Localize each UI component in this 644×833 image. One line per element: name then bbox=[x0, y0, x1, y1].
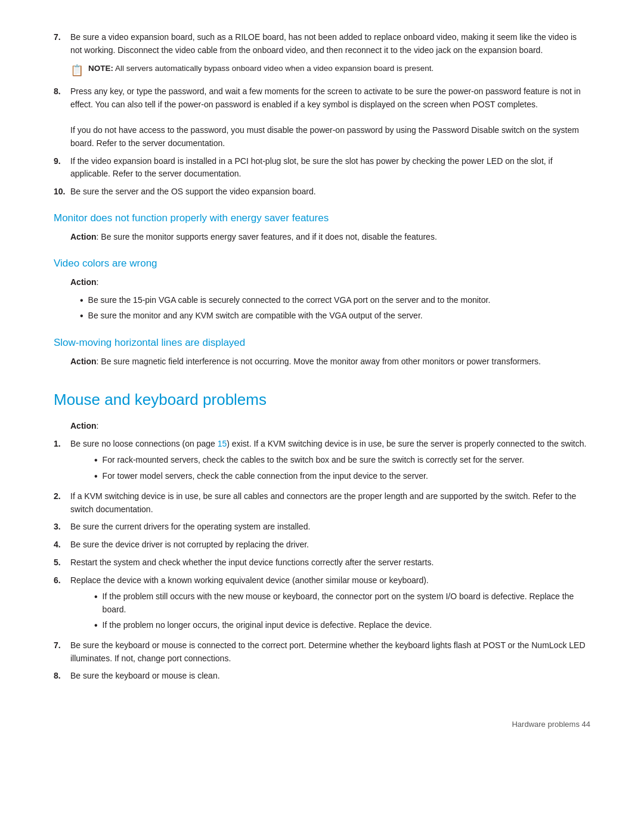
footer-text: Hardware problems 44 bbox=[512, 719, 590, 730]
item-7-num: 7. bbox=[54, 31, 70, 44]
main-action-line: Action: bbox=[70, 420, 590, 433]
main-item-1-text-after: ) exist. If a KVM switching device is in… bbox=[227, 439, 586, 448]
main-item-4-num: 4. bbox=[54, 538, 70, 552]
main-item-1-link[interactable]: 15 bbox=[218, 439, 227, 448]
page-footer: Hardware problems 44 bbox=[54, 719, 590, 730]
main-item-8-text: Be sure the keyboard or mouse is clean. bbox=[70, 670, 590, 683]
main-item-1-bullet-2-text: For tower model servers, check the cable… bbox=[103, 470, 428, 483]
main-item-5-num: 5. bbox=[54, 556, 70, 569]
item-10-text: Be sure the server and the OS support th… bbox=[70, 185, 590, 199]
main-item-3: 3. Be sure the current drivers for the o… bbox=[54, 521, 590, 534]
note-text: NOTE: All servers automatically bypass o… bbox=[88, 63, 434, 75]
item-9: 9. If the video expansion board is insta… bbox=[54, 155, 590, 181]
main-item-3-num: 3. bbox=[54, 521, 70, 534]
slow-action-label: Action bbox=[70, 357, 97, 366]
item-10-num: 10. bbox=[54, 185, 70, 199]
item-10: 10. Be sure the server and the OS suppor… bbox=[54, 185, 590, 199]
note-body: All servers automatically bypass onboard… bbox=[113, 64, 434, 73]
item-8: 8. Press any key, or type the password, … bbox=[54, 85, 590, 150]
main-action-label: Action bbox=[70, 421, 97, 431]
main-item-7: 7. Be sure the keyboard or mouse is conn… bbox=[54, 639, 590, 665]
monitor-energy-heading: Monitor does not function properly with … bbox=[54, 210, 590, 226]
item-9-text: If the video expansion board is installe… bbox=[70, 155, 590, 181]
main-item-7-num: 7. bbox=[54, 639, 70, 652]
video-colors-heading: Video colors are wrong bbox=[54, 256, 590, 271]
item-8-text: Press any key, or type the password, and… bbox=[70, 86, 581, 109]
main-item-5-text: Restart the system and check whether the… bbox=[70, 556, 590, 569]
item-8-content: Press any key, or type the password, and… bbox=[70, 85, 590, 150]
note-block: 📋 NOTE: All servers automatically bypass… bbox=[70, 63, 590, 79]
main-item-2: 2. If a KVM switching device is in use, … bbox=[54, 490, 590, 516]
main-item-6-bullet-2: If the problem no longer occurs, the ori… bbox=[85, 619, 590, 632]
page-content: 7. Be sure a video expansion board, such… bbox=[54, 31, 590, 730]
monitor-energy-action: Action: Be sure the monitor supports ene… bbox=[70, 231, 590, 244]
main-item-1-content: Be sure no loose connections (on page 15… bbox=[70, 438, 590, 485]
main-item-4-text: Be sure the device driver is not corrupt… bbox=[70, 538, 590, 552]
video-action-label: Action bbox=[70, 277, 97, 287]
video-colors-action-line: Action: bbox=[70, 276, 590, 289]
main-item-1-bullet-2: For tower model servers, check the cable… bbox=[85, 470, 590, 483]
items-8-10-list: 8. Press any key, or type the password, … bbox=[54, 85, 590, 199]
video-colors-block: Action: Be sure the 15-pin VGA cable is … bbox=[70, 276, 590, 323]
main-item-1-bullet-1-text: For rack-mounted servers, check the cabl… bbox=[103, 454, 524, 467]
main-item-2-num: 2. bbox=[54, 490, 70, 503]
main-action-colon: : bbox=[97, 421, 99, 431]
main-item-2-text: If a KVM switching device is in use, be … bbox=[70, 490, 590, 516]
slow-lines-heading: Slow-moving horizontal lines are display… bbox=[54, 335, 590, 351]
slow-lines-action: Action: Be sure magnetic field interfere… bbox=[70, 355, 590, 368]
video-bullet-2-text: Be sure the monitor and any KVM switch a… bbox=[88, 309, 423, 323]
note-icon: 📋 bbox=[70, 63, 83, 79]
main-item-8-num: 8. bbox=[54, 670, 70, 683]
main-item-6-num: 6. bbox=[54, 574, 70, 587]
note-label: NOTE: bbox=[88, 64, 113, 73]
main-item-7-text: Be sure the keyboard or mouse is connect… bbox=[70, 639, 590, 665]
video-bullet-1: Be sure the 15-pin VGA cable is securely… bbox=[70, 294, 590, 307]
intro-list: 7. Be sure a video expansion board, such… bbox=[54, 31, 590, 57]
main-item-6-bullet-1: If the problem still occurs with the new… bbox=[85, 590, 590, 616]
main-item-6: 6. Replace the device with a known worki… bbox=[54, 574, 590, 634]
main-item-6-bullet-1-text: If the problem still occurs with the new… bbox=[103, 590, 590, 616]
main-item-1: 1. Be sure no loose connections (on page… bbox=[54, 438, 590, 485]
video-action-colon: : bbox=[97, 277, 99, 287]
item-7-text: Be sure a video expansion board, such as… bbox=[70, 31, 590, 57]
main-item-5: 5. Restart the system and check whether … bbox=[54, 556, 590, 569]
item-8-num: 8. bbox=[54, 85, 70, 98]
main-section-heading: Mouse and keyboard problems bbox=[54, 388, 590, 411]
main-item-6-bullets: If the problem still occurs with the new… bbox=[85, 590, 590, 632]
item-9-num: 9. bbox=[54, 155, 70, 168]
monitor-action-label: Action bbox=[70, 232, 97, 241]
main-items-list: 1. Be sure no loose connections (on page… bbox=[54, 438, 590, 683]
main-item-6-content: Replace the device with a known working … bbox=[70, 574, 590, 634]
main-item-6-text: Replace the device with a known working … bbox=[70, 575, 429, 585]
main-item-4: 4. Be sure the device driver is not corr… bbox=[54, 538, 590, 552]
video-bullet-1-text: Be sure the 15-pin VGA cable is securely… bbox=[88, 294, 491, 307]
intro-item-7: 7. Be sure a video expansion board, such… bbox=[54, 31, 590, 57]
video-colors-bullets: Be sure the 15-pin VGA cable is securely… bbox=[70, 294, 590, 323]
monitor-action-text: : Be sure the monitor supports energy sa… bbox=[97, 232, 437, 241]
item-8-sub: If you do not have access to the passwor… bbox=[70, 125, 579, 148]
main-item-1-num: 1. bbox=[54, 438, 70, 451]
main-item-1-text-before: Be sure no loose connections (on page bbox=[70, 439, 218, 448]
main-item-1-bullet-1: For rack-mounted servers, check the cabl… bbox=[85, 454, 590, 467]
main-item-8: 8. Be sure the keyboard or mouse is clea… bbox=[54, 670, 590, 683]
video-bullet-2: Be sure the monitor and any KVM switch a… bbox=[70, 309, 590, 323]
main-item-1-bullets: For rack-mounted servers, check the cabl… bbox=[85, 454, 590, 483]
main-item-3-text: Be sure the current drivers for the oper… bbox=[70, 521, 590, 534]
slow-action-text: : Be sure magnetic field interference is… bbox=[97, 357, 541, 366]
main-item-6-bullet-2-text: If the problem no longer occurs, the ori… bbox=[103, 619, 432, 632]
